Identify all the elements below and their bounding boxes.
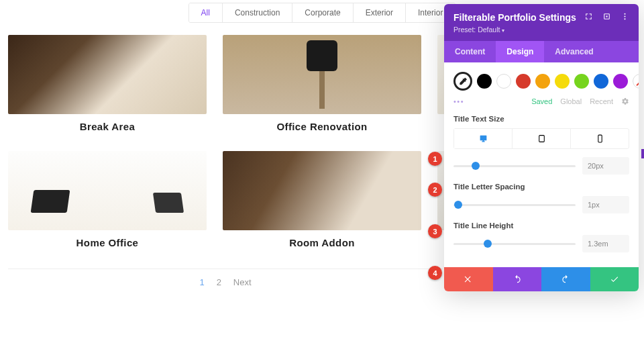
panel-header: Filterable Portfolio Settings Preset: De… [444, 4, 639, 41]
swatch-status: Saved Global Recent [531, 97, 629, 105]
filter-tab-all[interactable]: All [189, 3, 223, 22]
panel-tabs: Content Design Advanced [444, 41, 639, 62]
page-2[interactable]: 2 [217, 277, 221, 287]
device-segment [453, 128, 629, 149]
panel-header-icons [584, 11, 629, 23]
swatch-yellow[interactable] [555, 74, 570, 89]
annotation-2: 2 [428, 183, 442, 197]
settings-panel: Filterable Portfolio Settings Preset: De… [444, 4, 639, 291]
swatch-blue[interactable] [594, 74, 608, 89]
preset-dropdown[interactable]: Preset: Default [453, 26, 629, 34]
annotation-3: 3 [428, 224, 442, 238]
undo-button[interactable] [493, 267, 542, 291]
status-global[interactable]: Global [560, 97, 582, 105]
card-title: Break Area [8, 121, 207, 132]
value-line-height[interactable]: 1.3em [582, 235, 629, 252]
device-tablet[interactable] [513, 129, 571, 148]
swatch-white[interactable] [496, 74, 511, 89]
card-thumb [8, 35, 207, 114]
filter-tab-corporate[interactable]: Corporate [292, 3, 353, 22]
slider-track-line-height[interactable] [453, 243, 576, 245]
more-swatches-icon[interactable]: ••• [453, 97, 464, 105]
field-label: Title Text Size [453, 115, 629, 123]
card-thumb [223, 35, 421, 114]
eyedropper-swatch[interactable] [453, 72, 472, 91]
annotation-1: 1 [428, 152, 442, 166]
portfolio-card[interactable]: Break Area [8, 35, 207, 132]
field-letter-spacing: Title Letter Spacing 1px [453, 183, 629, 213]
value-letter-spacing[interactable]: 1px [582, 196, 629, 213]
card-thumb [8, 151, 207, 230]
field-label: Title Letter Spacing [453, 183, 629, 191]
card-title: Office Renovation [223, 121, 421, 132]
svg-rect-6 [598, 135, 601, 142]
gear-icon[interactable] [621, 97, 629, 105]
confirm-button[interactable] [590, 267, 639, 291]
slider-track-text-size[interactable] [453, 165, 576, 167]
page-next[interactable]: Next [233, 277, 252, 287]
page-1[interactable]: 1 [199, 277, 204, 287]
slider-track-letter-spacing[interactable] [453, 204, 576, 206]
panel-title: Filterable Portfolio Settings [453, 12, 576, 23]
swatch-red[interactable] [516, 74, 531, 89]
focus-icon[interactable] [584, 11, 593, 23]
field-label: Title Line Height [453, 222, 629, 230]
panel-body: ••• Saved Global Recent Title Text Size … [444, 62, 639, 267]
filter-tabs: All Construction Corporate Exterior Inte… [189, 3, 456, 23]
redo-button[interactable] [541, 267, 590, 291]
swatch-green[interactable] [574, 74, 589, 89]
svg-point-2 [624, 13, 625, 15]
status-saved[interactable]: Saved [531, 97, 552, 105]
filter-tab-construction[interactable]: Construction [223, 3, 292, 22]
svg-point-3 [624, 15, 625, 17]
portfolio-card[interactable]: Room Addon [223, 151, 421, 248]
device-phone[interactable] [571, 129, 629, 148]
swatch-orange[interactable] [535, 74, 550, 89]
filter-tab-exterior[interactable]: Exterior [354, 3, 406, 22]
card-title: Room Addon [223, 237, 421, 248]
swatch-purple[interactable] [613, 74, 628, 89]
swatch-black[interactable] [477, 74, 492, 89]
cancel-button[interactable] [444, 267, 493, 291]
drag-icon[interactable] [602, 11, 611, 23]
svg-rect-5 [539, 136, 544, 142]
annotation-4: 4 [428, 266, 442, 280]
svg-point-4 [624, 18, 625, 19]
slider-text-size: 20px [453, 157, 629, 175]
status-recent[interactable]: Recent [590, 97, 613, 105]
swatch-none[interactable] [633, 74, 639, 89]
value-text-size[interactable]: 20px [582, 157, 629, 175]
more-icon[interactable] [621, 11, 629, 23]
tab-content[interactable]: Content [444, 41, 496, 62]
color-swatches [453, 72, 629, 91]
panel-footer [444, 267, 639, 291]
svg-rect-1 [606, 15, 607, 17]
card-title: Home Office [8, 237, 207, 248]
card-thumb [223, 151, 421, 230]
pagination: 1 2 Next [8, 269, 443, 287]
field-line-height: Title Line Height 1.3em [453, 222, 629, 252]
portfolio-card[interactable]: Office Renovation [223, 35, 421, 132]
tab-design[interactable]: Design [496, 41, 544, 62]
tab-advanced[interactable]: Advanced [544, 41, 604, 62]
portfolio-card[interactable]: Home Office [8, 151, 207, 248]
field-text-size: Title Text Size [453, 115, 629, 149]
device-desktop[interactable] [454, 129, 513, 148]
side-marker [641, 149, 644, 158]
